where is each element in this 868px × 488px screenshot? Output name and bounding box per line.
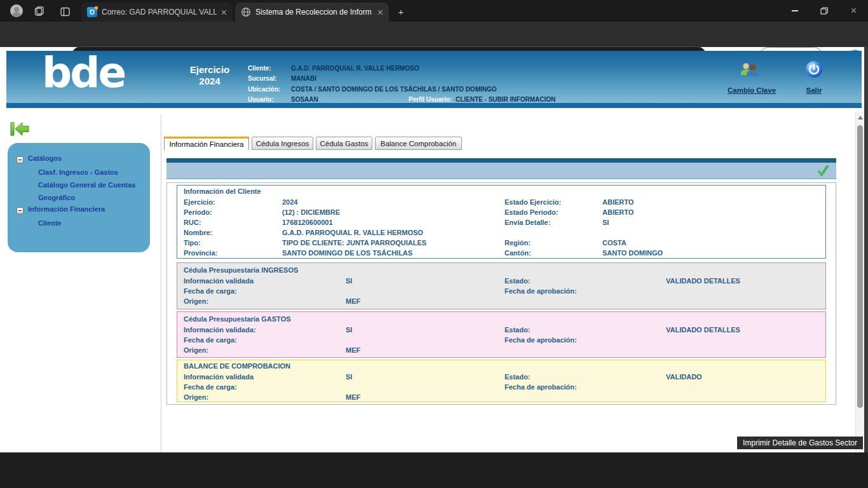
browser-toolbar: https://consulta.bde.fin.ec/WebSim/Login… (0, 22, 868, 47)
field-value: (12) : DICIEMBRE (282, 208, 505, 219)
field-label: Fecha de aprobación: (505, 383, 666, 393)
tab-informacion-financiera[interactable]: Información Financiera (164, 137, 249, 150)
sidebar-item-cliente[interactable]: Cliente (38, 219, 62, 227)
cambio-clave-link[interactable]: Cambio Clave (717, 86, 787, 94)
screen: O Correo: GAD PARROQUIAL VALLE Sistema d… (0, 0, 868, 488)
content-divider (161, 114, 161, 452)
minimize-button[interactable] (780, 0, 810, 22)
cedula-ingresos-panel: Cédula Presupuestaria INGRESOS Informaci… (177, 262, 826, 309)
usuario-value: SOSAAN (291, 96, 318, 103)
field-value: MEF (346, 393, 505, 403)
tab-cedula-ingresos[interactable]: Cédula Ingresos (252, 137, 313, 150)
field-label: Fecha de carga: (184, 336, 346, 346)
sidebar-item-catalogo-general-cuentas[interactable]: Catálogo General de Cuentas (38, 181, 135, 189)
balance-comprobacion-panel: BALANCE DE COMPROBACION Información vali… (177, 360, 826, 402)
cambio-clave-icon[interactable] (738, 61, 760, 81)
scroll-up-icon[interactable] (858, 116, 863, 119)
tab-close-icon[interactable] (221, 10, 227, 15)
tab-close-icon[interactable] (377, 10, 383, 15)
sidebar-item-catalogos[interactable]: Catálogos (28, 154, 62, 162)
window-bottom-edge (0, 452, 868, 457)
field-label (505, 229, 602, 239)
tree-collapse-icon[interactable] (17, 207, 24, 214)
field-label: Cantón: (505, 249, 602, 259)
field-value: ABIERTO (602, 208, 825, 219)
validated-check-icon (816, 163, 830, 180)
outlook-icon: O (87, 7, 97, 17)
field-value: VALIDADO DETALLES (666, 277, 825, 287)
field-label (505, 393, 666, 403)
collapse-menu-arrow-icon[interactable] (10, 121, 29, 139)
field-value (346, 336, 505, 346)
field-label: Tipo: (184, 239, 282, 249)
browser-tab-sistema[interactable]: Sistema de Recoleccion de Inform (235, 3, 389, 22)
field-label: Región: (505, 239, 602, 249)
status-bar-body (166, 163, 836, 179)
field-value: 1768120600001 (282, 219, 505, 229)
browser-tab-mail[interactable]: O Correo: GAD PARROQUIAL VALLE (81, 3, 233, 22)
tooltip: Imprimir Detalle de Gastos Sector (737, 437, 863, 449)
cliente-value: G.A.D. PARROQUIAL R. VALLE HERMOSO (291, 65, 419, 72)
field-value (346, 287, 505, 297)
globe-icon (241, 7, 251, 17)
ejercicio-block: Ejercicio 2024 (179, 64, 240, 87)
tab-balance-comprobacion[interactable]: Balance Comprobación (375, 137, 462, 150)
bde-header: bde Ejercicio 2024 Cliente: G.A.D. PARRO… (6, 51, 862, 108)
field-value (666, 346, 825, 356)
scrollbar-thumb[interactable] (857, 125, 863, 408)
field-value: SANTO DOMINGO DE LOS TSÁCHILAS (282, 249, 505, 259)
field-label: Estado: (505, 373, 666, 383)
tab-title: Sistema de Recoleccion de Inform (255, 8, 373, 17)
section-title: BALANCE DE COMPROBACION (177, 360, 825, 373)
sucursal-value: MANABI (291, 75, 316, 82)
field-value: MEF (346, 346, 505, 356)
client-info-panel: Información del Cliente Ejercicio:2024Es… (177, 185, 826, 259)
tree-collapse-icon[interactable] (17, 156, 24, 163)
usuario-label: Usuario: (248, 96, 274, 103)
field-label: Origen: (184, 393, 346, 403)
field-value: COSTA (602, 239, 825, 249)
browser-profile-avatar[interactable] (10, 4, 23, 17)
field-value: G.A.D. PARROQUIAL R. VALLE HERMOSO (282, 229, 505, 239)
salir-link[interactable]: Salir (795, 86, 833, 94)
field-label: Estado Periodo: (505, 208, 602, 219)
field-label: Fecha de aprobación: (505, 287, 666, 297)
restore-button[interactable] (810, 0, 839, 22)
sidebar-item-clasf-ingresos-gastos[interactable]: Clasf. Ingresos - Gastos (38, 168, 118, 176)
tab-cedula-gastos[interactable]: Cédula Gastos (316, 137, 372, 150)
field-label: Información validada: (184, 326, 346, 336)
new-tab-button[interactable]: + (395, 6, 407, 17)
field-label: Información validada (184, 373, 346, 383)
field-label: Información validada (184, 277, 346, 287)
ubicacion-label: Ubicación: (248, 86, 280, 93)
perfil-label: Perfil Usuario: (409, 96, 452, 103)
field-value: VALIDADO DETALLES (666, 326, 825, 336)
tab-title: Correo: GAD PARROQUIAL VALLE (102, 8, 217, 17)
field-label: Estado Ejercicio: (505, 198, 602, 208)
field-value (666, 297, 825, 308)
field-label: RUC: (184, 219, 282, 229)
field-value: SANTO DOMINGO (602, 249, 825, 259)
panels-container: Información del Cliente Ejercicio:2024Es… (166, 182, 836, 405)
tab-actions-icon[interactable] (58, 5, 71, 18)
field-label: Envia Detalle: (505, 219, 602, 229)
field-label: Fecha de carga: (184, 287, 346, 297)
sidebar-tree-panel: Catálogos Clasf. Ingresos - Gastos Catál… (8, 143, 150, 252)
sidebar-item-informacion-financiera[interactable]: Información Financiera (28, 205, 105, 213)
logo-underline-red (112, 105, 144, 107)
field-label: Fecha de aprobación: (505, 336, 666, 346)
section-title: Cédula Presupuestaria INGRESOS (177, 263, 825, 277)
field-value (666, 383, 825, 393)
workspaces-icon[interactable] (33, 5, 46, 18)
field-label: Estado: (505, 326, 666, 336)
salir-icon[interactable] (805, 60, 823, 81)
page-scrollbar[interactable] (855, 112, 864, 452)
perfil-value: CLIENTE - SUBIR INFORMACION (456, 96, 555, 103)
close-button[interactable] (839, 0, 868, 22)
field-label: Origen: (184, 297, 346, 308)
field-value (346, 383, 505, 393)
field-value: TIPO DE CLIENTE: JUNTA PARROQUIALES (282, 239, 505, 249)
ubicacion-value: COSTA / SANTO DOMINGO DE LOS TSÁCHILAS /… (291, 86, 497, 93)
cedula-gastos-panel: Cédula Presupuestaria GASTOS Información… (177, 311, 826, 358)
sidebar-item-geografico[interactable]: Geográfico (38, 194, 75, 201)
